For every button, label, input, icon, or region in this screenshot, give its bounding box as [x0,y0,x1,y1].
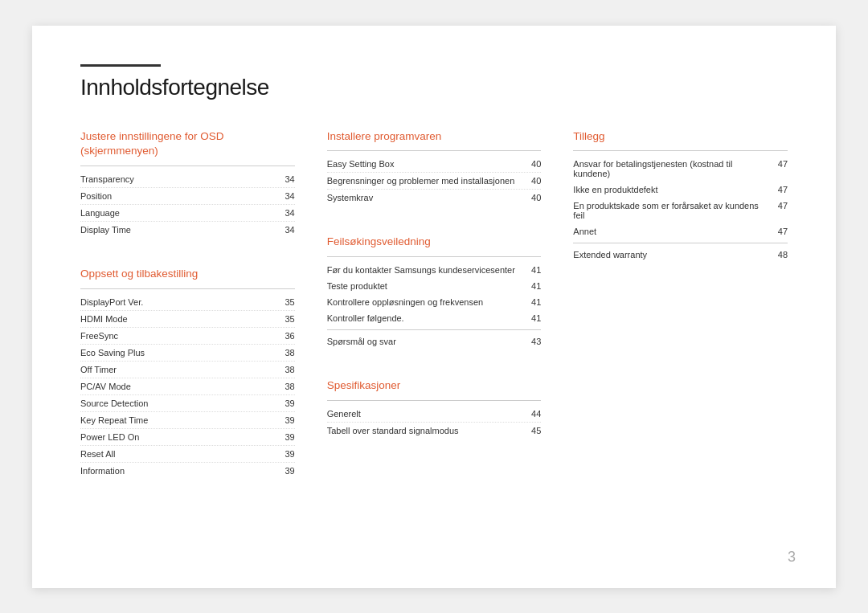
toc-label: Teste produktet [327,281,525,291]
toc-row: Easy Setting Box 40 [327,156,542,173]
toc-row: Ansvar for betalingstjenesten (kostnad t… [573,156,788,182]
toc-row: Kontroller følgende. 41 [327,310,542,326]
toc-row: Begrensninger og problemer med installas… [327,173,542,190]
toc-label: Extended warranty [573,250,771,260]
toc-page: 41 [531,281,541,291]
toc-page: 38 [285,348,294,358]
section-feilsok-title: Feilsøkingsveiledning [327,235,542,250]
toc-page: 34 [285,225,294,235]
toc-label: Reset All [80,449,278,459]
toc-page: 40 [531,176,541,186]
toc-label: Off Timer [80,365,278,374]
toc-page: 36 [285,331,294,341]
toc-page: 39 [285,466,294,476]
toc-page: 39 [285,415,294,425]
toc-label: Før du kontakter Samsungs kundeservicese… [327,265,525,275]
section-tillegg-title: Tillegg [573,129,788,145]
toc-label: Ikke en produktdefekt [573,185,771,194]
toc-page: 47 [778,227,788,236]
toc-label: Kontroller følgende. [327,313,525,323]
title-bar [80,64,161,67]
toc-page: 47 [778,159,788,169]
toc-row: Position 34 [80,188,295,205]
section-oppsett: Oppsett og tilbakestilling DisplayPort V… [80,267,295,479]
col1: Justere innstillingene for OSD (skjermme… [80,129,327,509]
toc-page: 40 [531,159,541,169]
toc-row: Teste produktet 41 [327,278,542,294]
toc-row: Kontrollere oppløsningen og frekvensen 4… [327,294,542,310]
toc-page: 34 [285,208,294,218]
toc-page: 43 [531,337,541,346]
section-osd-title: Justere innstillingene for OSD (skjermme… [80,129,295,160]
toc-row: Tabell over standard signalmodus 45 [327,423,542,439]
toc-row: Information 39 [80,463,295,479]
toc-row: FreeSync 36 [80,328,295,345]
toc-page: 35 [285,297,294,307]
toc-row: Transparency 34 [80,171,295,188]
section-feilsok: Feilsøkingsveiledning Før du kontakter S… [327,235,542,349]
page-title: Innholdsfortegnelse [80,75,788,100]
toc-row: Display Time 34 [80,222,295,238]
toc-label: Source Detection [80,398,278,408]
toc-row: Spørsmål og svar 43 [327,333,542,349]
toc-label: Language [80,208,278,218]
toc-label: HDMI Mode [80,314,278,324]
toc-label: Tabell over standard signalmodus [327,426,525,435]
toc-page: 48 [778,250,788,260]
section-tillegg: Tillegg Ansvar for betalingstjenesten (k… [573,129,788,264]
toc-row: En produktskade som er forårsaket av kun… [573,198,788,223]
toc-row: Systemkrav 40 [327,190,542,206]
toc-page: 39 [285,398,294,408]
toc-row: Language 34 [80,205,295,222]
toc-row: Eco Saving Plus 38 [80,345,295,362]
section-osd: Justere innstillingene for OSD (skjermme… [80,129,295,239]
toc-page: 39 [285,449,294,459]
toc-page: 35 [285,314,294,324]
toc-row: Key Repeat Time 39 [80,412,295,429]
toc-page: 41 [531,313,541,323]
toc-row: HDMI Mode 35 [80,311,295,328]
toc-label: Easy Setting Box [327,159,525,169]
toc-page: 41 [531,265,541,275]
columns: Justere innstillingene for OSD (skjermme… [80,129,788,509]
toc-label: Eco Saving Plus [80,348,278,358]
section-oppsett-title: Oppsett og tilbakestilling [80,267,295,282]
toc-label: Key Repeat Time [80,415,278,425]
toc-row: Annet 47 [573,223,788,239]
toc-page: 47 [778,185,788,194]
section-installere: Installere programvaren Easy Setting Box… [327,129,542,206]
page: Innholdsfortegnelse Justere innstillinge… [32,26,836,588]
toc-label: FreeSync [80,331,278,341]
toc-label: En produktskade som er forårsaket av kun… [573,201,771,220]
toc-label: Spørsmål og svar [327,337,525,346]
toc-label: Generelt [327,409,525,419]
section-installere-title: Installere programvaren [327,129,542,145]
toc-row: Power LED On 39 [80,429,295,446]
toc-page: 41 [531,297,541,307]
toc-row: Reset All 39 [80,446,295,463]
toc-label: Systemkrav [327,193,525,202]
page-number: 3 [788,549,796,566]
toc-page: 47 [778,201,788,210]
toc-row: Generelt 44 [327,406,542,423]
toc-row: Extended warranty 48 [573,247,788,263]
toc-row: Source Detection 39 [80,395,295,412]
toc-page: 40 [531,193,541,202]
toc-label: Display Time [80,225,278,235]
toc-row: DisplayPort Ver. 35 [80,294,295,311]
toc-row: PC/AV Mode 38 [80,378,295,395]
col3: Tillegg Ansvar for betalingstjenesten (k… [573,129,788,509]
toc-page: 45 [531,426,541,435]
toc-label: Begrensninger og problemer med installas… [327,176,525,186]
col2: Installere programvaren Easy Setting Box… [327,129,574,509]
toc-label: Ansvar for betalingstjenesten (kostnad t… [573,159,771,178]
section-spesifikasjon: Spesifikasjoner Generelt 44 Tabell over … [327,378,542,439]
toc-page: 39 [285,432,294,442]
toc-label: Annet [573,227,771,236]
toc-label: Power LED On [80,432,278,442]
section-spesifikasjon-title: Spesifikasjoner [327,378,542,394]
toc-page: 38 [285,365,294,374]
toc-label: Position [80,191,278,201]
toc-label: Transparency [80,174,278,184]
toc-label: Information [80,466,278,476]
